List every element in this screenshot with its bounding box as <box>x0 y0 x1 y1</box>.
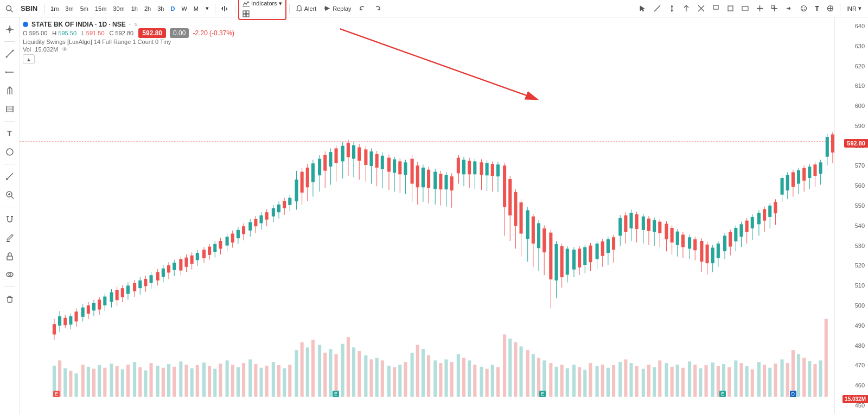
svg-rect-149 <box>532 354 535 397</box>
svg-rect-378 <box>560 246 564 277</box>
tf-1h[interactable]: 1h <box>129 4 141 13</box>
emoji-tool[interactable] <box>797 3 810 14</box>
svg-rect-416 <box>671 228 674 243</box>
sidebar-fib[interactable] <box>2 101 17 117</box>
event-marker-4: E <box>719 391 726 397</box>
text-annotation-tool[interactable] <box>738 3 752 14</box>
price-610: 610 <box>835 82 868 89</box>
svg-rect-180 <box>711 362 714 397</box>
svg-point-39 <box>5 56 7 58</box>
tf-5m[interactable]: 5m <box>78 4 91 13</box>
replay-btn[interactable]: Replay <box>321 3 354 14</box>
svg-rect-99 <box>242 363 245 397</box>
sidebar-zoom[interactable] <box>2 187 17 202</box>
svg-rect-404 <box>635 214 639 229</box>
svg-rect-468 <box>819 162 822 174</box>
tf-more[interactable]: ▾ <box>202 3 212 14</box>
tf-3h[interactable]: 3h <box>155 4 167 13</box>
svg-rect-460 <box>797 170 800 184</box>
svg-rect-224 <box>116 290 119 300</box>
parallel-tool[interactable] <box>724 3 737 14</box>
undo-btn[interactable] <box>356 3 369 14</box>
svg-rect-418 <box>676 232 679 245</box>
price-640: 640 <box>835 23 868 29</box>
cursor-tool[interactable] <box>636 3 649 14</box>
sidebar-pitchfork[interactable] <box>2 83 17 98</box>
cross-tool[interactable] <box>753 3 767 14</box>
tf-D[interactable]: D <box>168 4 177 13</box>
sidebar-trash[interactable] <box>2 291 17 307</box>
svg-rect-230 <box>133 283 136 291</box>
indicators-btn[interactable]: Indicators ▾ <box>239 0 285 9</box>
vol-label: Vol 15.032M 👁 <box>23 46 234 53</box>
svg-rect-296 <box>323 155 327 171</box>
svg-rect-382 <box>572 250 576 269</box>
currency-label: INR <box>846 5 857 12</box>
svg-rect-110 <box>306 347 309 397</box>
sidebar-crosshair[interactable] <box>2 22 17 37</box>
svg-rect-146 <box>514 342 517 397</box>
sidebar-brush[interactable] <box>2 230 17 245</box>
svg-rect-282 <box>283 201 286 208</box>
symbol-display[interactable]: SBIN <box>16 3 42 14</box>
svg-rect-184 <box>734 360 737 397</box>
tf-1m[interactable]: 1m <box>48 4 61 13</box>
svg-point-31 <box>805 8 806 9</box>
text-tool[interactable]: T <box>812 3 822 14</box>
svg-rect-119 <box>358 351 361 397</box>
svg-rect-268 <box>242 226 245 234</box>
tf-30m[interactable]: 30m <box>110 4 127 13</box>
svg-rect-426 <box>700 241 703 262</box>
separator5 <box>840 4 840 14</box>
tf-15m[interactable]: 15m <box>92 4 109 13</box>
chart-type-btn[interactable] <box>218 3 232 14</box>
svg-rect-197 <box>808 361 811 397</box>
sidebar-sep2 <box>4 121 15 122</box>
collapse-btn[interactable]: ▲ <box>23 54 35 64</box>
price-540: 540 <box>835 222 868 229</box>
sidebar-lock[interactable] <box>2 249 17 264</box>
svg-rect-189 <box>763 365 766 397</box>
sidebar-hline[interactable] <box>2 65 17 80</box>
tf-W[interactable]: W <box>178 4 189 13</box>
chart-area[interactable]: STATE BK OF INDIA · 1D · NSE · ≈ O 595.0… <box>20 17 834 414</box>
sidebar-magnet[interactable] <box>2 212 17 227</box>
alert-btn[interactable]: Alert <box>292 3 320 14</box>
current-price-tag: 592.80 <box>844 139 868 148</box>
redo-btn[interactable] <box>371 3 384 14</box>
svg-rect-320 <box>393 160 396 173</box>
vertical-line-tool[interactable] <box>665 3 679 14</box>
tf-2h[interactable]: 2h <box>142 4 154 13</box>
svg-point-15 <box>671 10 673 11</box>
currency-btn[interactable]: INR ▾ <box>843 3 865 14</box>
tf-M[interactable]: M <box>191 4 201 13</box>
sidebar-eye[interactable] <box>2 267 17 282</box>
currency-chevron: ▾ <box>858 5 861 12</box>
tf-3m[interactable]: 3m <box>62 4 76 13</box>
svg-rect-139 <box>473 365 476 397</box>
brush-tool[interactable] <box>709 3 723 14</box>
fork-tool[interactable] <box>680 3 693 14</box>
svg-rect-103 <box>265 366 269 397</box>
svg-rect-226 <box>121 288 124 297</box>
search-icon[interactable] <box>3 3 15 15</box>
chart-title-text: STATE BK OF INDIA · 1D · NSE <box>31 21 126 28</box>
indicators-templates-btn[interactable] <box>239 9 253 19</box>
svg-rect-77 <box>116 366 119 397</box>
sidebar-measure[interactable] <box>2 169 17 184</box>
sidebar-shapes[interactable] <box>2 144 17 160</box>
svg-rect-434 <box>723 235 726 251</box>
svg-rect-286 <box>295 180 298 201</box>
line-tool[interactable] <box>650 3 664 14</box>
svg-rect-85 <box>162 368 165 397</box>
svg-rect-174 <box>676 365 679 397</box>
price-scale-tool[interactable] <box>824 3 837 14</box>
svg-rect-10 <box>246 14 249 17</box>
arrow-tool[interactable] <box>782 3 796 14</box>
sidebar-text[interactable]: T <box>2 126 17 141</box>
svg-rect-218 <box>98 300 101 309</box>
vol-eye-icon[interactable]: 👁 <box>62 46 68 53</box>
long-position-tool[interactable] <box>768 3 781 14</box>
sidebar-trendline[interactable] <box>2 46 17 61</box>
pitchfork-tool[interactable] <box>694 3 708 14</box>
